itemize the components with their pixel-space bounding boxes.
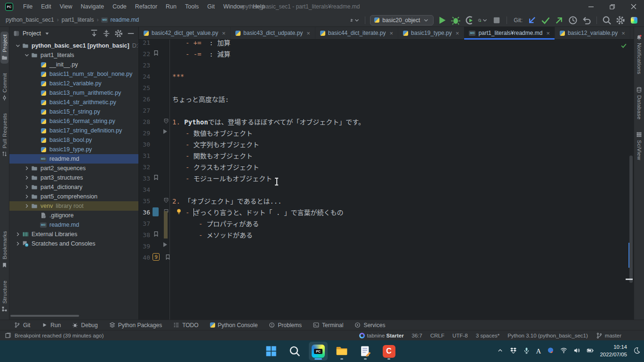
taskbar-notepad-app[interactable] bbox=[356, 342, 375, 361]
search-everywhere-button[interactable] bbox=[602, 15, 612, 25]
tree-item[interactable]: basic11_num_str_bool_none.py bbox=[9, 69, 138, 79]
collapse-all-button[interactable] bbox=[102, 29, 111, 38]
stop-button[interactable] bbox=[491, 15, 502, 25]
toolwindow-git[interactable]: Git bbox=[14, 322, 30, 329]
toolwindow-python-packages[interactable]: Python Packages bbox=[109, 322, 162, 329]
tree-item[interactable]: basic13_num_arithmetic.py bbox=[9, 88, 138, 98]
editor-line[interactable]: 281. Pythonでは、登場するほぼすべてが「オブジェクト」です。 bbox=[139, 116, 634, 127]
editor-line[interactable]: 27 bbox=[139, 105, 634, 116]
editor-line[interactable]: 31- 関数もオブジェクト bbox=[139, 150, 634, 161]
tab-close-icon[interactable]: × bbox=[222, 30, 225, 37]
breadcrumb-item[interactable]: part1_literals bbox=[62, 16, 94, 23]
status-widget-0[interactable]: 36:7 bbox=[412, 333, 422, 338]
bookmark-icon[interactable] bbox=[153, 49, 159, 58]
tray-expand-button[interactable] bbox=[497, 347, 504, 355]
tab-close-icon[interactable]: × bbox=[306, 30, 310, 37]
chevron-down-icon[interactable] bbox=[44, 30, 50, 37]
tab-close-icon[interactable]: × bbox=[456, 30, 459, 37]
tree-item[interactable]: MDreadme.md bbox=[9, 154, 138, 164]
tab-close-icon[interactable]: × bbox=[546, 30, 550, 37]
stripe-item-project[interactable]: Project bbox=[0, 32, 8, 64]
menu-code[interactable]: Code bbox=[108, 1, 131, 12]
stripe-item-notifications[interactable]: Notifications bbox=[635, 32, 643, 77]
chev-right-icon[interactable] bbox=[24, 193, 30, 200]
coverage-button[interactable] bbox=[464, 15, 475, 25]
project-panel-title[interactable]: Project bbox=[23, 30, 41, 37]
chev-down-icon[interactable] bbox=[15, 42, 21, 49]
tree-item[interactable]: __init__.py bbox=[9, 60, 138, 69]
fold-triangle-icon[interactable] bbox=[163, 242, 167, 247]
editor-line[interactable]: 352. 「オブジェクト」であるとは... bbox=[139, 195, 634, 206]
menu-run[interactable]: Run bbox=[161, 1, 181, 12]
ide-settings-button[interactable] bbox=[615, 15, 626, 25]
tree-item[interactable]: python_basic_sec1 [python_basic]D:¥proje bbox=[9, 41, 138, 50]
editor-vertical-scrollbar[interactable] bbox=[629, 156, 633, 283]
editor-line[interactable]: 32- クラスもオブジェクト bbox=[139, 161, 634, 173]
tree-item[interactable]: part3_structures bbox=[9, 173, 138, 182]
bookmark-mnemonic[interactable]: 9 bbox=[153, 253, 160, 261]
status-widget-4[interactable]: Python 3.10 (python_basic_sec1) bbox=[507, 333, 588, 338]
tray-dropbox-icon[interactable] bbox=[510, 347, 517, 355]
tree-item[interactable]: basic15_f_string.py bbox=[9, 107, 138, 116]
menu-git[interactable]: Git bbox=[203, 1, 219, 12]
chev-right-icon[interactable] bbox=[24, 165, 30, 172]
stripe-item-bookmarks[interactable]: Bookmarks bbox=[0, 228, 8, 271]
tree-item[interactable]: basic14_str_arithmetic.py bbox=[9, 98, 138, 107]
stripe-item-pull-requests[interactable]: Pull Requests bbox=[0, 110, 8, 160]
taskbar-explorer-app[interactable] bbox=[332, 342, 351, 361]
fold-icon[interactable] bbox=[163, 197, 169, 205]
profiler-button[interactable] bbox=[478, 15, 488, 25]
editor-line[interactable]: 33- モジュールもオブジェクト bbox=[139, 173, 634, 184]
editor-line[interactable]: 38- メソッドがある bbox=[139, 229, 634, 240]
stripe-item-database[interactable]: Database bbox=[635, 84, 643, 123]
user-account-button[interactable] bbox=[350, 15, 360, 25]
tree-item[interactable]: basic19_type.py bbox=[9, 145, 138, 154]
breadcrumb-item[interactable]: MDreadme.md bbox=[101, 16, 139, 23]
chev-right-icon[interactable] bbox=[24, 184, 30, 190]
tray-microphone-icon[interactable] bbox=[523, 347, 530, 355]
tabnine-status[interactable]: tabnine Starter bbox=[359, 333, 404, 338]
editor-line[interactable]: 26ちょっと高度な話: bbox=[139, 93, 634, 105]
editor-tab[interactable]: basic12_variable.py× bbox=[555, 27, 630, 39]
focus-assist-moon-icon[interactable] bbox=[633, 347, 640, 355]
tab-close-icon[interactable]: × bbox=[389, 30, 393, 37]
chev-right-icon[interactable] bbox=[15, 240, 21, 247]
tree-item[interactable]: basic16_format_string.py bbox=[9, 116, 138, 126]
chev-down-icon[interactable] bbox=[24, 52, 30, 58]
menu-view[interactable]: View bbox=[56, 1, 77, 12]
wifi-icon[interactable] bbox=[560, 347, 567, 355]
editor-content[interactable]: 21- += : 加算22- -= : 減算2324***2526ちょっと高度な… bbox=[139, 40, 634, 320]
event-log-icon[interactable] bbox=[5, 332, 11, 339]
taskbar-clock[interactable]: 10:142022/07/05 bbox=[600, 344, 627, 358]
menu-edit[interactable]: Edit bbox=[37, 1, 56, 12]
tree-item[interactable]: basic12_variable.py bbox=[9, 79, 138, 88]
editor-tab[interactable]: basic44_dict_iterate.py× bbox=[315, 27, 398, 39]
inspections-ok-icon[interactable] bbox=[620, 42, 627, 50]
git-branch-widget[interactable]: master bbox=[596, 332, 621, 339]
git-commit-button[interactable] bbox=[540, 15, 551, 25]
stripe-item-structure[interactable]: Structure bbox=[0, 278, 8, 315]
status-widget-3[interactable]: 3 spaces* bbox=[476, 333, 500, 338]
tree-item[interactable]: basic17_string_definition.py bbox=[9, 126, 138, 135]
rollback-button[interactable] bbox=[581, 15, 592, 25]
toolwindow-services[interactable]: Services bbox=[354, 322, 385, 329]
tree-item[interactable]: basic18_bool.py bbox=[9, 135, 138, 145]
tab-close-icon[interactable]: × bbox=[621, 30, 625, 37]
editor-line[interactable]: 24*** bbox=[139, 71, 634, 82]
tree-item[interactable]: part5_comprehension bbox=[9, 192, 138, 201]
restore-button[interactable] bbox=[602, 0, 623, 13]
stripe-item-commit[interactable]: Commit bbox=[0, 70, 8, 104]
status-widget-2[interactable]: UTF-8 bbox=[452, 333, 468, 338]
ime-mode-indicator[interactable]: A bbox=[536, 347, 541, 355]
run-button[interactable] bbox=[437, 15, 447, 25]
editor-line[interactable]: 39 bbox=[139, 240, 634, 252]
status-widget-1[interactable]: CRLF bbox=[430, 333, 444, 338]
editor-tab[interactable]: basic42_dict_get_value.py× bbox=[139, 27, 231, 39]
hide-panel-button[interactable] bbox=[126, 29, 136, 38]
editor-line[interactable]: 30- 文字列もオブジェクト bbox=[139, 139, 634, 150]
editor-line[interactable]: 25 bbox=[139, 82, 634, 93]
expand-all-button[interactable] bbox=[89, 29, 99, 38]
fold-icon[interactable] bbox=[163, 118, 169, 126]
editor-line[interactable]: 36- ざっくり言うと、ドット「 . 」で言葉が続くもの bbox=[139, 206, 634, 218]
debug-button[interactable] bbox=[451, 15, 461, 25]
